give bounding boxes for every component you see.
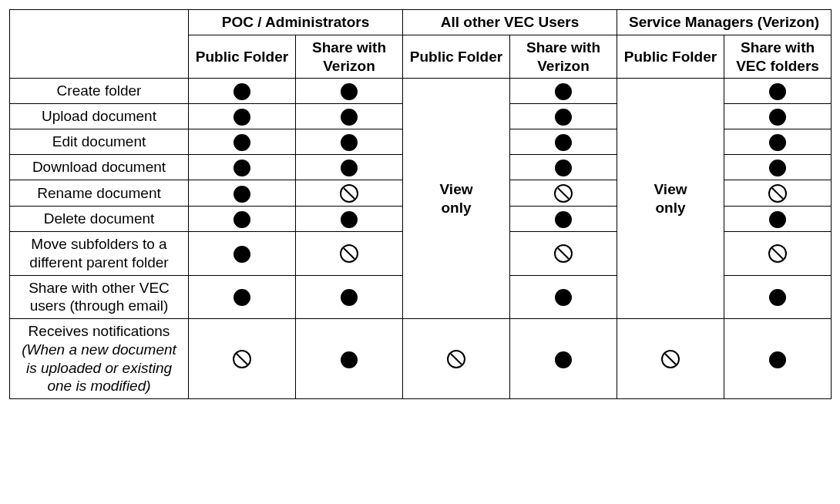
allowed-icon bbox=[769, 160, 786, 176]
not-allowed-icon bbox=[768, 244, 787, 263]
allowed-icon bbox=[769, 134, 786, 151]
allowed-icon bbox=[769, 83, 786, 100]
allowed-icon bbox=[555, 160, 572, 176]
permission-cell bbox=[296, 232, 403, 276]
row-label: Upload document bbox=[10, 104, 189, 129]
permission-cell bbox=[724, 104, 832, 129]
permission-cell bbox=[189, 207, 296, 232]
allowed-icon bbox=[341, 211, 358, 228]
permission-cell bbox=[189, 319, 296, 399]
row-label: Edit document bbox=[10, 129, 189, 155]
allowed-icon bbox=[341, 160, 358, 176]
not-allowed-icon bbox=[554, 244, 573, 263]
permission-cell bbox=[510, 129, 617, 155]
allowed-icon bbox=[769, 109, 786, 126]
permission-cell bbox=[189, 180, 296, 207]
permission-cell bbox=[189, 232, 296, 276]
permission-cell bbox=[510, 207, 617, 232]
permission-cell bbox=[724, 319, 832, 399]
permission-cell bbox=[724, 155, 832, 180]
table-body: Create folderViewonlyViewonlyUpload docu… bbox=[10, 79, 832, 399]
row-label: Share with other VEC users (through emai… bbox=[10, 275, 189, 319]
permission-cell bbox=[510, 104, 617, 129]
view-only-cell: Viewonly bbox=[617, 79, 724, 319]
allowed-icon bbox=[341, 351, 358, 368]
allowed-icon bbox=[341, 109, 358, 126]
allowed-icon bbox=[341, 83, 358, 100]
header-group-vec-users: All other VEC Users bbox=[403, 10, 617, 35]
row-label-suffix: (When a new document is uploaded or exis… bbox=[22, 341, 176, 395]
permission-cell bbox=[510, 319, 617, 399]
permission-cell bbox=[617, 319, 724, 399]
row-label: Download document bbox=[10, 155, 189, 180]
permission-cell bbox=[296, 275, 403, 319]
allowed-icon bbox=[234, 160, 250, 176]
allowed-icon bbox=[555, 134, 572, 151]
permission-cell bbox=[403, 319, 510, 399]
view-only-cell: Viewonly bbox=[403, 79, 510, 319]
permission-cell bbox=[510, 180, 617, 207]
header-sub-public-2: Public Folder bbox=[403, 35, 510, 79]
permission-cell bbox=[724, 129, 832, 155]
permission-cell bbox=[296, 207, 403, 232]
allowed-icon bbox=[234, 186, 250, 203]
allowed-icon bbox=[234, 83, 250, 100]
allowed-icon bbox=[769, 351, 786, 368]
permission-cell bbox=[296, 79, 403, 104]
permission-cell bbox=[510, 275, 617, 319]
allowed-icon bbox=[234, 134, 250, 151]
row-label: Create folder bbox=[10, 79, 189, 104]
permission-cell bbox=[724, 232, 832, 276]
header-sub-share-vec: Share with VEC folders bbox=[724, 35, 832, 79]
permission-cell bbox=[189, 79, 296, 104]
not-allowed-icon bbox=[554, 184, 573, 203]
header-sub-share-vz-2: Share with Verizon bbox=[510, 35, 617, 79]
not-allowed-icon bbox=[768, 184, 787, 203]
not-allowed-icon bbox=[233, 350, 251, 368]
allowed-icon bbox=[555, 351, 572, 368]
allowed-icon bbox=[234, 246, 250, 263]
header-group-service-managers: Service Managers (Verizon) bbox=[617, 10, 832, 35]
permission-cell bbox=[724, 79, 832, 104]
permission-cell bbox=[296, 155, 403, 180]
not-allowed-icon bbox=[661, 350, 680, 368]
permission-cell bbox=[296, 180, 403, 207]
row-label: Rename document bbox=[10, 180, 189, 207]
header-blank bbox=[10, 10, 189, 79]
allowed-icon bbox=[769, 211, 786, 228]
not-allowed-icon bbox=[447, 350, 465, 368]
permission-cell bbox=[296, 319, 403, 399]
not-allowed-icon bbox=[340, 244, 358, 263]
header-sub-share-vz-1: Share with Verizon bbox=[296, 35, 403, 79]
allowed-icon bbox=[234, 211, 250, 228]
allowed-icon bbox=[555, 289, 572, 306]
permission-cell bbox=[724, 275, 832, 319]
allowed-icon bbox=[555, 109, 572, 126]
permissions-table: POC / Administrators All other VEC Users… bbox=[9, 9, 832, 399]
not-allowed-icon bbox=[340, 184, 358, 203]
permission-cell bbox=[189, 275, 296, 319]
table-row: Create folderViewonlyViewonly bbox=[10, 79, 832, 104]
permission-cell bbox=[189, 129, 296, 155]
allowed-icon bbox=[555, 83, 572, 100]
permission-cell bbox=[510, 232, 617, 276]
row-label: Receives notifications(When a new docume… bbox=[10, 319, 189, 399]
permission-cell bbox=[189, 155, 296, 180]
permission-cell bbox=[189, 104, 296, 129]
table-row: Receives notifications(When a new docume… bbox=[10, 319, 832, 399]
permission-cell bbox=[296, 129, 403, 155]
row-label: Delete document bbox=[10, 207, 189, 232]
permission-cell bbox=[510, 155, 617, 180]
allowed-icon bbox=[769, 289, 786, 306]
header-group-poc: POC / Administrators bbox=[189, 10, 403, 35]
header-sub-public-3: Public Folder bbox=[617, 35, 724, 79]
permission-cell bbox=[296, 104, 403, 129]
allowed-icon bbox=[234, 109, 250, 126]
allowed-icon bbox=[341, 134, 358, 151]
permission-cell bbox=[724, 207, 832, 232]
allowed-icon bbox=[555, 211, 572, 228]
permission-cell bbox=[510, 79, 617, 104]
header-sub-public-1: Public Folder bbox=[189, 35, 296, 79]
allowed-icon bbox=[341, 289, 358, 306]
allowed-icon bbox=[234, 289, 250, 306]
